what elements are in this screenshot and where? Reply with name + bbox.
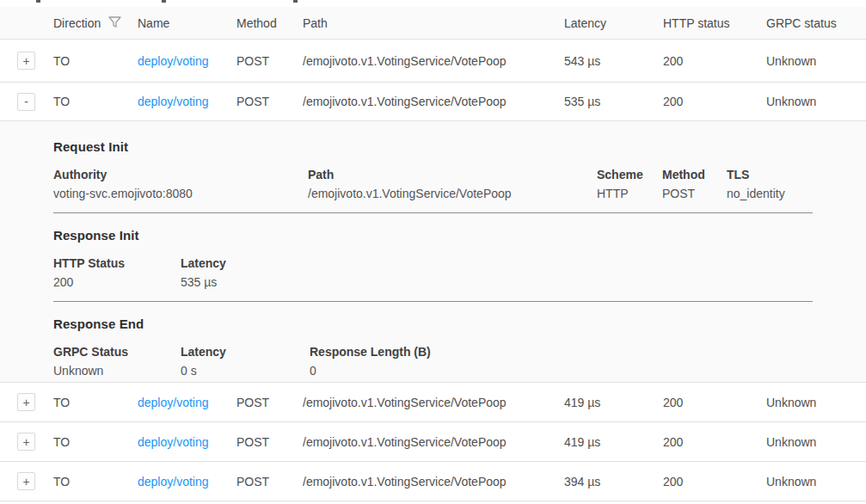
detail-field: Response Length (B) 0 xyxy=(310,345,866,378)
field-label: HTTP Status xyxy=(53,256,181,270)
column-header-http-status: HTTP status xyxy=(663,16,766,30)
response-init-section: Response Init HTTP Status 200 Latency 53… xyxy=(53,228,866,302)
method-cell: POST xyxy=(236,95,303,108)
path-cell: /emojivoto.v1.VotingService/VotePoop xyxy=(303,435,564,449)
http-status-cell: 200 xyxy=(663,475,766,489)
table-row-expanded: - TO deploy/voting POST /emojivoto.v1.Vo… xyxy=(0,83,866,121)
field-label: Latency xyxy=(181,256,866,270)
field-label: TLS xyxy=(727,168,866,181)
detail-field: Method POST xyxy=(662,168,727,200)
expand-row-button[interactable]: + xyxy=(17,472,35,490)
detail-field: HTTP Status 200 xyxy=(53,256,181,289)
latency-cell: 394 µs xyxy=(564,475,663,489)
http-status-cell: 200 xyxy=(663,396,766,409)
field-value: 200 xyxy=(53,275,181,289)
field-label: Path xyxy=(308,168,597,181)
detail-field: Latency 535 µs xyxy=(181,256,866,289)
grpc-status-cell: Unknown xyxy=(766,435,866,449)
section-title: Request Init xyxy=(53,139,866,154)
detail-field: Authority voting-svc.emojivoto:8080 xyxy=(53,168,308,200)
method-cell: POST xyxy=(236,54,303,68)
http-status-cell: 200 xyxy=(663,95,766,108)
field-label: Latency xyxy=(181,345,310,359)
grpc-status-cell: Unknown xyxy=(766,396,866,409)
latency-cell: 419 µs xyxy=(564,396,663,409)
detail-field: Path /emojivoto.v1.VotingService/VotePoo… xyxy=(308,168,597,200)
field-value: 0 xyxy=(310,364,866,378)
tap-table: Direction Name Method Path Latency HTTP … xyxy=(0,7,866,501)
table-row: + TO deploy/voting POST /emojivoto.v1.Vo… xyxy=(0,462,866,501)
field-value: 0 s xyxy=(181,364,310,378)
response-end-section: Response End GRPC Status Unknown Latency… xyxy=(53,317,866,378)
field-value: Unknown xyxy=(53,364,181,378)
direction-cell: TO xyxy=(53,435,138,449)
expand-row-button[interactable]: + xyxy=(17,433,35,451)
path-cell: /emojivoto.v1.VotingService/VotePoop xyxy=(303,54,564,68)
clipped-text-fragment xyxy=(162,0,166,3)
field-value: POST xyxy=(662,187,727,200)
field-value: voting-svc.emojivoto:8080 xyxy=(53,187,308,200)
field-value: no_identity xyxy=(727,187,866,200)
column-header-grpc-status: GRPC status xyxy=(766,16,866,30)
method-cell: POST xyxy=(236,396,303,409)
filter-icon[interactable] xyxy=(108,16,121,31)
detail-field: Scheme HTTP xyxy=(597,168,662,200)
http-status-cell: 200 xyxy=(663,54,766,68)
expand-row-button[interactable]: + xyxy=(17,52,35,70)
column-header-method: Method xyxy=(236,16,303,30)
latency-cell: 543 µs xyxy=(564,54,663,68)
method-cell: POST xyxy=(236,435,303,449)
field-label: GRPC Status xyxy=(53,345,181,359)
table-row: + TO deploy/voting POST /emojivoto.v1.Vo… xyxy=(0,422,866,462)
path-cell: /emojivoto.v1.VotingService/VotePoop xyxy=(303,396,564,409)
path-cell: /emojivoto.v1.VotingService/VotePoop xyxy=(303,475,564,489)
field-label: Scheme xyxy=(597,168,662,181)
method-cell: POST xyxy=(236,475,303,489)
direction-cell: TO xyxy=(53,475,138,489)
section-divider xyxy=(53,212,813,213)
expand-row-button[interactable]: + xyxy=(17,393,35,411)
clipped-text-row xyxy=(0,0,866,7)
grpc-status-cell: Unknown xyxy=(766,95,866,108)
request-init-section: Request Init Authority voting-svc.emojiv… xyxy=(53,139,866,213)
section-divider xyxy=(53,301,813,302)
resource-link[interactable]: deploy/voting xyxy=(138,396,209,409)
direction-cell: TO xyxy=(53,95,138,108)
table-row: + TO deploy/voting POST /emojivoto.v1.Vo… xyxy=(0,383,866,422)
section-title: Response Init xyxy=(53,228,866,243)
detail-field: Latency 0 s xyxy=(181,345,310,378)
http-status-cell: 200 xyxy=(663,435,766,449)
detail-field: GRPC Status Unknown xyxy=(53,345,181,378)
field-label: Method xyxy=(662,168,727,181)
resource-link[interactable]: deploy/voting xyxy=(138,54,209,68)
field-label: Response Length (B) xyxy=(310,345,866,359)
table-header: Direction Name Method Path Latency HTTP … xyxy=(0,7,866,40)
detail-field: TLS no_identity xyxy=(727,168,866,200)
field-value: 535 µs xyxy=(181,275,866,289)
grpc-status-cell: Unknown xyxy=(766,54,866,68)
field-label: Authority xyxy=(53,168,308,181)
resource-link[interactable]: deploy/voting xyxy=(138,475,209,489)
direction-cell: TO xyxy=(53,54,138,68)
resource-link[interactable]: deploy/voting xyxy=(138,435,209,449)
direction-cell: TO xyxy=(53,396,138,409)
clipped-text-fragment xyxy=(36,0,40,3)
path-cell: /emojivoto.v1.VotingService/VotePoop xyxy=(303,95,564,108)
column-header-name: Name xyxy=(138,16,236,30)
column-header-latency: Latency xyxy=(564,16,663,30)
collapse-row-button[interactable]: - xyxy=(17,93,35,111)
row-detail-panel: Request Init Authority voting-svc.emojiv… xyxy=(0,121,866,383)
field-value: /emojivoto.v1.VotingService/VotePoop xyxy=(308,187,597,200)
latency-cell: 535 µs xyxy=(564,95,663,108)
resource-link[interactable]: deploy/voting xyxy=(138,95,209,108)
section-title: Response End xyxy=(53,317,866,331)
column-header-direction: Direction xyxy=(53,15,138,31)
clipped-text-fragment xyxy=(293,0,298,3)
column-header-path: Path xyxy=(303,16,564,30)
grpc-status-cell: Unknown xyxy=(766,475,866,489)
latency-cell: 419 µs xyxy=(564,435,663,449)
field-value: HTTP xyxy=(597,187,662,200)
table-row: + TO deploy/voting POST /emojivoto.v1.Vo… xyxy=(0,40,866,83)
